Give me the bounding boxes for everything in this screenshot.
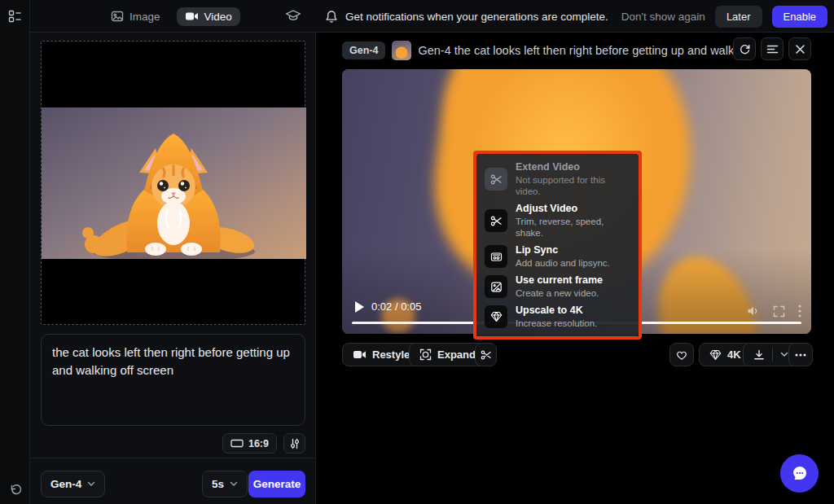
- generation-thumbnail[interactable]: [392, 41, 411, 60]
- aspect-ratio-icon: [230, 438, 244, 449]
- generate-button[interactable]: Generate: [248, 471, 305, 497]
- menu-item-title: Use current frame: [516, 274, 603, 287]
- download-icon: [753, 349, 765, 361]
- sliders-icon: [289, 438, 301, 449]
- volume-icon[interactable]: [747, 305, 760, 317]
- reset-icon[interactable]: [8, 483, 23, 497]
- tab-image[interactable]: Image: [103, 7, 169, 26]
- notification-banner: Get notifications when your generations …: [325, 0, 608, 33]
- annotation-highlight-box: Extend Video Not supported for this vide…: [473, 151, 642, 340]
- video-context-menu: Extend Video Not supported for this vide…: [476, 154, 639, 336]
- video-camera-icon: [185, 11, 199, 22]
- menu-item-extend-video: Extend Video Not supported for this vide…: [485, 161, 630, 197]
- generation-result-panel: Gen-4 Gen-4 the cat looks left then righ…: [316, 33, 834, 504]
- layout-grid-icon[interactable]: [8, 10, 22, 23]
- image-frame-icon: [485, 275, 507, 298]
- graduation-cap-icon[interactable]: [285, 8, 301, 23]
- restyle-label: Restyle: [372, 348, 410, 361]
- menu-item-title: Adjust Video: [516, 203, 630, 216]
- scissors-icon: [485, 168, 507, 191]
- tab-image-label: Image: [129, 11, 160, 23]
- play-icon[interactable]: [355, 301, 364, 313]
- scissors-button[interactable]: [475, 343, 497, 366]
- model-value: Gen-4: [50, 478, 81, 490]
- notification-text: Get notifications when your generations …: [345, 11, 608, 23]
- menu-item-subtitle: Trim, reverse, speed, shake.: [516, 216, 630, 239]
- dont-show-again-link[interactable]: Don't show again: [621, 11, 705, 23]
- menu-item-title: Upscale to 4K: [516, 305, 597, 318]
- top-bar: Image Video: [0, 0, 834, 33]
- diamond-icon: [709, 349, 722, 361]
- generate-bar: Gen-4 5s Generate: [30, 458, 316, 504]
- menu-item-use-current-frame[interactable]: Use current frame Create a new video.: [485, 274, 630, 299]
- menu-item-title: Lip Sync: [516, 244, 610, 257]
- video-camera-icon: [353, 349, 367, 360]
- notification-actions: Don't show again Later Enable: [621, 0, 827, 33]
- fullscreen-icon[interactable]: [773, 305, 785, 318]
- settings-sliders-button[interactable]: [283, 433, 305, 454]
- aspect-ratio-value: 16:9: [248, 438, 269, 449]
- chevron-down-icon: [230, 481, 238, 487]
- more-options-button[interactable]: [788, 343, 813, 366]
- expand-icon: [419, 348, 432, 361]
- app-window: Image Video: [0, 0, 834, 504]
- generation-title: Gen-4 the cat looks left then right befo…: [418, 44, 750, 57]
- split-divider: [772, 348, 773, 362]
- video-time: 0:02 / 0:05: [371, 300, 421, 313]
- cat-input-image: [42, 107, 306, 259]
- kebab-menu-icon[interactable]: [798, 305, 801, 318]
- chat-bubble-icon: [791, 465, 809, 482]
- prompt-input[interactable]: the cat looks left then right before get…: [41, 334, 305, 426]
- left-rail: [0, 0, 30, 504]
- prompt-options-row: 16:9: [41, 433, 305, 454]
- menu-item-subtitle: Add audio and lipsync.: [516, 257, 610, 269]
- chevron-down-icon[interactable]: [780, 352, 788, 357]
- close-icon[interactable]: [788, 37, 811, 60]
- tab-video[interactable]: Video: [177, 7, 240, 26]
- duration-dropdown[interactable]: 5s: [202, 471, 248, 497]
- header-buttons: [733, 37, 811, 60]
- scissors-icon: [481, 349, 492, 361]
- enable-button[interactable]: Enable: [772, 6, 827, 28]
- model-dropdown[interactable]: Gen-4: [41, 471, 105, 497]
- align-lines-icon[interactable]: [761, 37, 784, 60]
- refresh-icon[interactable]: [733, 37, 756, 60]
- later-button[interactable]: Later: [715, 6, 762, 28]
- duration-value: 5s: [212, 478, 224, 490]
- menu-item-subtitle: Increase resolution.: [516, 318, 597, 329]
- input-image-preview[interactable]: [41, 41, 305, 325]
- menu-item-subtitle: Not supported for this video.: [516, 174, 630, 198]
- chevron-down-icon: [87, 481, 95, 487]
- aspect-ratio-button[interactable]: 16:9: [222, 433, 277, 454]
- menu-item-subtitle: Create a new video.: [516, 287, 603, 299]
- mode-tabs: Image Video: [103, 0, 240, 33]
- expand-label: Expand: [437, 348, 476, 361]
- diamond-icon: [485, 305, 507, 328]
- help-chat-button[interactable]: [780, 454, 819, 493]
- favorite-button[interactable]: [669, 343, 694, 366]
- model-badge: Gen-4: [342, 42, 385, 59]
- bell-icon: [325, 10, 338, 24]
- generation-settings-panel: the cat looks left then right before get…: [30, 33, 316, 504]
- heart-icon: [675, 348, 688, 361]
- menu-item-adjust-video[interactable]: Adjust Video Trim, reverse, speed, shake…: [485, 203, 630, 239]
- video-action-row: Restyle Expand: [342, 343, 811, 367]
- scissors-icon: [485, 209, 507, 232]
- menu-item-lip-sync[interactable]: Lip Sync Add audio and lipsync.: [485, 244, 630, 269]
- ellipsis-icon: [795, 353, 806, 357]
- tab-video-label: Video: [204, 11, 232, 23]
- menu-item-title: Extend Video: [516, 161, 630, 174]
- lipsync-icon: [485, 245, 507, 268]
- menu-item-upscale-4k[interactable]: Upscale to 4K Increase resolution.: [485, 305, 630, 329]
- image-icon: [111, 10, 124, 23]
- upscale-4k-label: 4K: [727, 348, 741, 361]
